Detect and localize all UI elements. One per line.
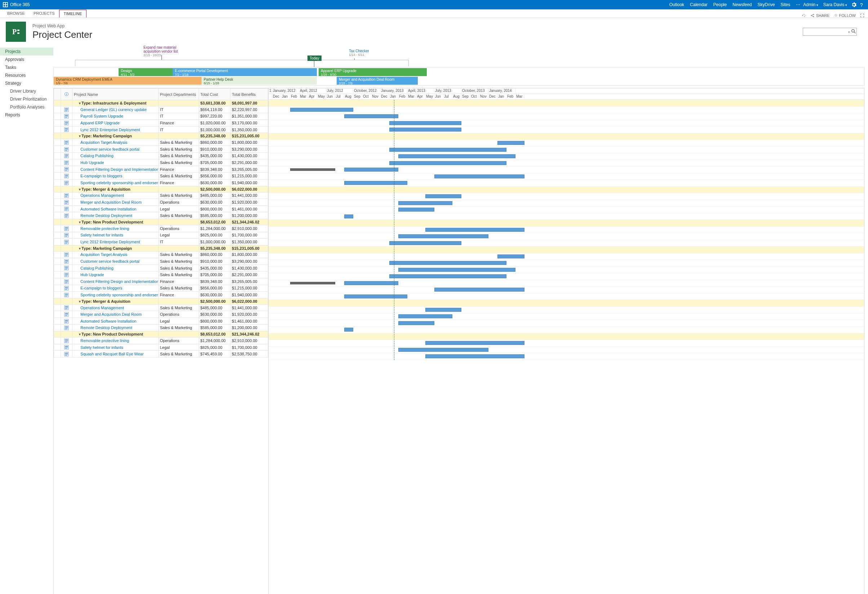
sync-icon[interactable] (802, 13, 806, 18)
focus-icon[interactable] (860, 13, 864, 18)
gantt-bar[interactable] (425, 194, 461, 198)
project-link[interactable]: Payroll System Upgrade (74, 114, 123, 118)
gantt-bar[interactable] (398, 314, 452, 318)
ribbon-tab-projects[interactable]: PROJECTS (29, 10, 59, 18)
grid-row[interactable]: Remote Desktop DeploymentSales & Marketi… (54, 212, 268, 219)
grid-row[interactable]: Customer service feedback portalSales & … (54, 146, 268, 152)
project-link[interactable]: Removable protective lining (74, 339, 129, 343)
grid-row[interactable]: Safety helmet for infantsLegal$825,000.0… (54, 232, 268, 239)
timeline-bar[interactable]: E-commerce Portal Development7/2 - 1/16 (173, 68, 317, 76)
timeline-bar[interactable]: Dynamics CRM Deployment EMEA1/9 - 7/6 (54, 77, 202, 85)
grid-row[interactable]: Content Filtering Design and Implementat… (54, 278, 268, 285)
gantt-bar[interactable] (398, 234, 489, 238)
timeline-bar[interactable]: Design4/11 - 5/3 (119, 68, 173, 76)
o365-nav-calendar[interactable]: Calendar (690, 2, 708, 7)
grid-row[interactable]: Catalog PublishingSales & Marketing$435,… (54, 265, 268, 271)
gantt-bar[interactable] (425, 341, 524, 345)
project-link[interactable]: Content Filtering Design and Implementat… (74, 279, 158, 284)
project-link[interactable]: Squash and Racquet Ball Eye Wear (74, 352, 143, 356)
grid-group-row[interactable]: Type: Merger & Aquisition$2,500,000.00$6… (54, 298, 268, 304)
project-logo[interactable]: P (6, 22, 26, 42)
dept-header[interactable]: Project Departments (158, 88, 199, 100)
gantt-chart[interactable]: 11January, 2012April, 2012July, 2012Octo… (269, 88, 864, 594)
gantt-bar[interactable] (344, 281, 398, 285)
grid-row[interactable]: Hub UpgradeSales & Marketing$705,000.00$… (54, 159, 268, 166)
grid-row[interactable]: Operations ManagementSales & Marketing$4… (54, 192, 268, 199)
gantt-bar[interactable] (398, 268, 515, 272)
grid-group-row[interactable]: Type: Marketing Campaign$5,235,348.00$15… (54, 133, 268, 139)
gantt-bar[interactable] (398, 348, 489, 352)
gantt-bar[interactable] (389, 161, 506, 165)
ribbon-tab-timeline[interactable]: TIMELINE (59, 10, 87, 18)
grid-row[interactable]: Removable protective liningOperations$1,… (54, 338, 268, 344)
breadcrumb[interactable]: Project Web App (32, 24, 92, 28)
leftnav-portfolio-analyses[interactable]: Portfolio Analyses (0, 103, 53, 111)
timeline-bar[interactable]: Partner Help Desk8/15 - 1/28 (202, 77, 317, 85)
gantt-bar[interactable] (389, 274, 506, 278)
grid-row[interactable]: Lync 2012 Enterprise DeploymentIT$1,000,… (54, 126, 268, 133)
project-link[interactable]: Automated Software Installation (74, 319, 136, 323)
grid-row[interactable]: Lync 2012 Enterprise DeploymentIT$1,000,… (54, 239, 268, 245)
grid-row[interactable]: Customer service feedback portalSales & … (54, 258, 268, 265)
follow-button[interactable]: ☆ FOLLOW (834, 13, 856, 18)
project-link[interactable]: Lync 2012 Enterprise Deployment (74, 240, 140, 244)
gantt-bar[interactable] (344, 295, 407, 298)
project-link[interactable]: Catalog Publishing (74, 153, 114, 158)
leftnav-driver-library[interactable]: Driver Library (0, 87, 53, 95)
ribbon-tab-browse[interactable]: BROWSE (3, 10, 29, 18)
grid-row[interactable]: Content Filtering Design and Implementat… (54, 166, 268, 172)
gantt-bar[interactable] (389, 261, 506, 265)
ben-header[interactable]: Total Benefits (230, 88, 268, 100)
gantt-bar[interactable] (398, 208, 434, 212)
grid-row[interactable]: Removable protective liningOperations$1,… (54, 225, 268, 232)
project-link[interactable]: Sporting celebrity sponsorship and endor… (74, 293, 158, 297)
info-header[interactable]: ⓘ (61, 88, 72, 100)
leftnav-projects[interactable]: Projects (0, 47, 53, 56)
project-link[interactable]: Safety helmet for infants (74, 233, 123, 237)
project-link[interactable]: Operations Management (74, 193, 124, 198)
gantt-bar[interactable] (344, 114, 398, 118)
project-link[interactable]: Merger and Acquisition Deal Room (74, 312, 142, 317)
leftnav-strategy[interactable]: Strategy (0, 79, 53, 87)
grid-row[interactable]: Payroll System UpgradeIT$997,220.00$1,35… (54, 113, 268, 120)
timeline-bar[interactable]: Merger and Acquisition Deal Room2/28 - 7… (337, 77, 418, 85)
grid-row[interactable]: Catalog PublishingSales & Marketing$435,… (54, 152, 268, 159)
timeline-callout[interactable]: Expand raw material acquisition vendor l… (143, 46, 190, 57)
grid-row[interactable]: Automated Software InstallationLegal$800… (54, 318, 268, 325)
gantt-bar[interactable] (434, 287, 524, 292)
project-link[interactable]: Hub Upgrade (74, 161, 104, 165)
o365-nav-newsfeed[interactable]: Newsfeed (732, 2, 751, 7)
grid-row[interactable]: Merger and Acquisition Deal RoomOperatio… (54, 199, 268, 206)
grid-group-row[interactable]: Type: Infrastructure & Deployment$3,681,… (54, 100, 268, 106)
gantt-bar[interactable] (398, 321, 434, 325)
grid-row[interactable]: Remote Desktop DeploymentSales & Marketi… (54, 324, 268, 331)
gantt-bar[interactable] (344, 214, 353, 218)
gantt-bar[interactable] (389, 128, 461, 131)
grid-row[interactable]: Operations ManagementSales & Marketing$4… (54, 304, 268, 311)
project-link[interactable]: Content Filtering Design and Implementat… (74, 167, 158, 172)
grid-row[interactable]: E-campaign to bloggersSales & Marketing$… (54, 172, 268, 180)
timeline-callout[interactable]: Tax Checker1/14 - 6/11 (349, 49, 369, 57)
gantt-bar[interactable] (290, 168, 335, 171)
project-link[interactable]: Automated Software Installation (74, 207, 136, 211)
ellipsis-icon[interactable]: ⋯ (796, 2, 800, 7)
gantt-bar[interactable] (425, 228, 524, 232)
project-link[interactable]: Acquisition Target Analysis (74, 252, 127, 256)
project-link[interactable]: Customer service feedback portal (74, 259, 140, 264)
project-link[interactable]: Safety helmet for infants (74, 345, 123, 349)
name-header[interactable]: Project Name (72, 88, 159, 100)
gantt-bar[interactable] (290, 282, 335, 284)
gantt-bar[interactable] (497, 141, 524, 145)
grid-group-row[interactable]: Type: New Product Development$8,653,012.… (54, 331, 268, 338)
gantt-bar[interactable] (398, 154, 515, 158)
project-link[interactable]: Remote Desktop Deployment (74, 214, 132, 218)
project-link[interactable]: General Ledger (GL) currency update (74, 108, 146, 112)
o365-nav-outlook[interactable]: Outlook (669, 2, 684, 7)
grid-row[interactable]: Hub UpgradeSales & Marketing$705,000.00$… (54, 271, 268, 278)
leftnav-reports[interactable]: Reports (0, 111, 53, 119)
leftnav-driver-prioritization[interactable]: Driver Prioritization (0, 95, 53, 103)
grid-row[interactable]: Sporting celebrity sponsorship and endor… (54, 179, 268, 186)
gantt-bar[interactable] (425, 354, 524, 358)
project-link[interactable]: Operations Management (74, 306, 124, 310)
share-button[interactable]: SHARE (810, 13, 830, 18)
